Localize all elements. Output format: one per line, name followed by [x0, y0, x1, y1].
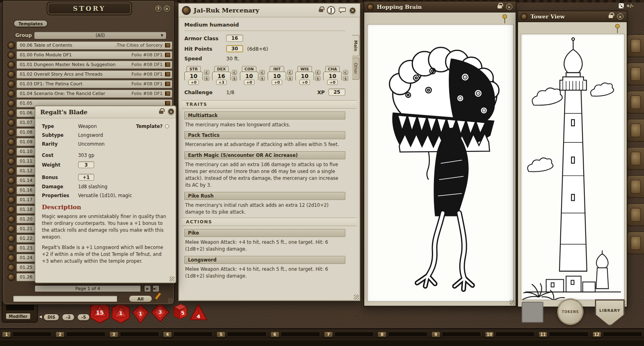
resize-grip[interactable] — [354, 295, 359, 300]
entry-knob-icon[interactable] — [8, 274, 14, 280]
entry-knob-icon[interactable] — [8, 148, 14, 155]
sidebar-slot[interactable] — [627, 232, 644, 254]
entry-knob-icon[interactable] — [8, 91, 14, 97]
entry-knob-icon[interactable] — [8, 197, 14, 203]
hotkey-slot[interactable]: 10 — [483, 329, 537, 340]
filter-all-button[interactable]: All — [129, 295, 152, 302]
image-window-icon[interactable] — [367, 4, 374, 10]
hotkey-slot[interactable]: 3 — [107, 329, 161, 340]
entry-knob-icon[interactable] — [8, 264, 14, 271]
pencil-icon[interactable] — [155, 292, 162, 300]
pin-icon[interactable] — [502, 14, 508, 24]
item-window-titlebar[interactable]: Regalt's Blade — [35, 106, 175, 118]
save-roll-button[interactable]: S — [232, 76, 237, 81]
image-window-titlebar[interactable]: Tower View × — [518, 11, 627, 22]
hotkey-slot-recess[interactable] — [66, 332, 105, 337]
save-roll-button[interactable]: S — [287, 76, 293, 81]
hp-field[interactable]: 30 — [226, 45, 243, 52]
hotkey-slot[interactable]: 5 — [215, 329, 268, 340]
collapse-arrow-icon[interactable]: ◀ — [39, 315, 42, 319]
pin-icon[interactable] — [615, 24, 620, 33]
search-input[interactable] — [13, 295, 118, 302]
check-roll-button[interactable]: C — [204, 70, 209, 75]
hotkey-slot[interactable]: 4 — [161, 329, 215, 340]
check-roll-button[interactable]: C — [260, 70, 265, 75]
hotkey-slot-recess[interactable] — [388, 332, 427, 337]
ability-score-control[interactable]: INT 10 +0 — [268, 66, 286, 85]
story-window-titlebar[interactable]: STORY — [47, 2, 132, 15]
lock-icon[interactable] — [159, 111, 163, 114]
hotkey-slot-recess[interactable] — [227, 332, 266, 337]
check-roll-button[interactable]: C — [315, 70, 320, 75]
template-radio[interactable] — [165, 124, 169, 128]
hotkey-slot[interactable]: 11 — [537, 329, 590, 340]
sidebar-slot[interactable] — [627, 204, 644, 226]
bonus-field[interactable]: +1 — [78, 174, 94, 181]
entry-knob-icon[interactable] — [8, 119, 14, 126]
entry-link[interactable]: 01.02 Overall Story Arcs and Threads Fol… — [17, 70, 172, 78]
next-page-button[interactable]: ▶ — [144, 285, 151, 292]
resize-grip[interactable] — [510, 300, 515, 305]
resize-grip[interactable] — [168, 298, 173, 303]
sidebar-slot[interactable] — [627, 91, 644, 113]
close-button[interactable]: × — [164, 6, 170, 12]
hotkey-slot[interactable]: 9 — [429, 329, 483, 340]
hotkey-slot-recess[interactable] — [549, 332, 588, 337]
sidebar-slot[interactable] — [627, 35, 644, 57]
entry-knob-icon[interactable] — [8, 129, 14, 136]
hotkey-slot[interactable]: 2 — [54, 329, 107, 340]
ability-score-control[interactable]: CHA 10 +0 — [323, 66, 342, 85]
library-button[interactable]: LIBRARY — [595, 299, 625, 326]
close-button[interactable]: × — [506, 4, 512, 10]
entry-link[interactable]: 01.04 Scenario One: The Rancid Cellar Fo… — [17, 90, 172, 98]
ability-score-control[interactable]: DEX 16 +3 — [212, 66, 231, 85]
tokens-button[interactable]: TOKENS — [557, 299, 584, 325]
entry-knob-icon[interactable] — [8, 187, 14, 194]
dice-modifier-icon[interactable] — [618, 3, 624, 9]
check-roll-button[interactable]: C — [232, 70, 237, 75]
entry-knob-icon[interactable] — [8, 100, 14, 107]
close-button[interactable]: × — [617, 13, 623, 20]
save-roll-button[interactable]: S — [343, 76, 348, 81]
entry-knob-icon[interactable] — [8, 158, 14, 165]
sidebar-slot[interactable] — [627, 119, 644, 142]
hotkey-slot[interactable]: 1 — [0, 329, 54, 340]
ability-score-control[interactable]: CON 10 +0 — [240, 66, 258, 85]
hotkey-slot-recess[interactable] — [334, 332, 374, 337]
chat-bubble-icon[interactable] — [339, 7, 346, 13]
group-dropdown[interactable]: (All) ▼ — [34, 31, 167, 39]
hotkey-slot-recess[interactable] — [442, 332, 481, 337]
lock-icon[interactable] — [497, 5, 502, 8]
save-roll-button[interactable]: S — [315, 76, 320, 81]
entry-knob-icon[interactable] — [8, 81, 14, 87]
sidebar-slot[interactable] — [627, 147, 644, 170]
modifier-button[interactable]: DIS — [43, 314, 59, 321]
close-button[interactable]: × — [168, 108, 174, 115]
ac-field[interactable]: 16 — [226, 35, 243, 42]
hotkey-slot[interactable]: 6 — [268, 329, 322, 340]
entry-knob-icon[interactable] — [8, 139, 14, 145]
d4-die[interactable]: 4 — [189, 303, 208, 322]
ability-score-control[interactable]: WIS 10 +0 — [295, 66, 314, 85]
entry-link[interactable]: 01.03 DF1: The Patina Court Folio #08 DF… — [17, 80, 172, 88]
npc-window-titlebar[interactable]: Jai-Ruk Mercenary J × — [179, 4, 360, 17]
entry-knob-icon[interactable] — [8, 245, 14, 251]
save-roll-button[interactable]: S — [260, 76, 265, 81]
image-canvas[interactable] — [521, 34, 625, 300]
hotkey-slot-recess[interactable] — [281, 332, 320, 337]
hotkey-slot-recess[interactable] — [120, 332, 159, 337]
entry-knob-icon[interactable] — [8, 206, 14, 213]
entry-knob-icon[interactable] — [8, 226, 14, 232]
image-canvas[interactable] — [367, 24, 514, 302]
entry-knob-icon[interactable] — [8, 177, 14, 184]
modifier-button[interactable]: -5 — [77, 314, 90, 321]
hotkey-slot[interactable]: 7 — [322, 329, 376, 340]
help-button[interactable]: ? — [155, 6, 161, 12]
lock-icon[interactable] — [609, 15, 613, 18]
entry-knob-icon[interactable] — [8, 255, 14, 261]
last-page-button[interactable]: ▶▏ — [153, 285, 159, 292]
close-button[interactable]: × — [349, 7, 356, 14]
npc-tab[interactable]: Main — [352, 35, 359, 56]
hotkey-slot-recess[interactable] — [495, 332, 535, 337]
d10-die[interactable]: 1 — [131, 304, 150, 324]
